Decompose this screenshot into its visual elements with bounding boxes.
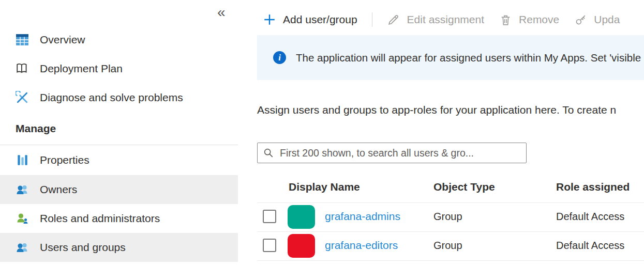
trash-icon: [499, 13, 512, 26]
sidebar-item-properties[interactable]: Properties: [0, 145, 238, 175]
update-credentials-label: Upda: [594, 13, 620, 26]
book-icon: [16, 62, 29, 75]
sidebar-nav: Overview Deployment Plan Diagnose and so…: [0, 25, 238, 262]
command-bar: Add user/group Edit assignment Remove Up…: [257, 8, 620, 31]
remove-label: Remove: [519, 13, 559, 26]
row-checkbox[interactable]: [263, 239, 276, 252]
sidebar-item-label: Roles and administrators: [40, 212, 160, 225]
intro-text: Assign users and groups to app-roles for…: [257, 104, 644, 116]
table-header-row: Display Name Object Type Role assigned: [257, 174, 644, 203]
people-icon: [16, 241, 29, 254]
column-header-object-type: Object Type: [433, 181, 495, 193]
row-checkbox[interactable]: [263, 210, 276, 223]
tools-icon: [16, 91, 29, 104]
sidebar-item-roles-administrators[interactable]: Roles and administrators: [0, 204, 238, 233]
role-cell: Default Access: [556, 240, 624, 252]
search-input[interactable]: [279, 147, 521, 160]
app-window: « Overview Deployment Plan Diagnose and …: [0, 0, 644, 266]
column-header-display-name: Display Name: [289, 181, 360, 193]
group-avatar: [288, 234, 315, 258]
update-credentials-button[interactable]: Upda: [574, 13, 620, 26]
sidebar-item-deployment-plan[interactable]: Deployment Plan: [0, 54, 238, 83]
grid-icon: [16, 33, 29, 46]
info-banner-text: The application will appear for assigned…: [296, 52, 641, 64]
person-icon: [16, 212, 29, 225]
sidebar-item-label: Properties: [40, 154, 89, 166]
add-user-group-button[interactable]: Add user/group: [263, 13, 357, 26]
sidebar-item-diagnose[interactable]: Diagnose and solve problems: [0, 83, 238, 112]
table-row[interactable]: grafana-admins Group Default Access: [257, 203, 644, 232]
sidebar-item-users-and-groups[interactable]: Users and groups: [0, 233, 238, 262]
object-type-cell: Group: [433, 240, 462, 252]
info-icon: i: [273, 51, 286, 64]
sidebar-item-label: Diagnose and solve problems: [40, 91, 183, 104]
sidebar-item-label: Overview: [40, 34, 85, 46]
sidebar-item-owners[interactable]: Owners: [0, 175, 238, 204]
toolbar-separator: [372, 12, 372, 27]
edit-assignment-label: Edit assignment: [407, 13, 484, 26]
assignments-table: Display Name Object Type Role assigned g…: [257, 174, 644, 261]
sidebar-item-label: Users and groups: [40, 241, 126, 254]
sidebar-section-manage: Manage: [0, 112, 238, 145]
table-row[interactable]: grafana-editors Group Default Access: [257, 232, 644, 261]
search-box: [257, 143, 527, 163]
sidebar-item-overview[interactable]: Overview: [0, 25, 238, 54]
search-icon: [263, 146, 274, 160]
column-header-role-assigned: Role assigned: [556, 181, 630, 193]
sidebar-collapse-button[interactable]: «: [217, 5, 226, 20]
role-cell: Default Access: [556, 211, 624, 223]
edit-assignment-button[interactable]: Edit assignment: [387, 13, 484, 26]
group-avatar: [288, 205, 315, 229]
sidebar-item-label: Owners: [40, 183, 77, 196]
info-banner: i The application will appear for assign…: [257, 35, 644, 80]
display-name-link[interactable]: grafana-editors: [325, 239, 398, 252]
sidebar: « Overview Deployment Plan Diagnose and …: [0, 0, 238, 266]
key-icon: [574, 13, 587, 26]
object-type-cell: Group: [433, 211, 462, 223]
remove-button[interactable]: Remove: [499, 13, 559, 26]
bars-icon: [16, 153, 29, 167]
display-name-link[interactable]: grafana-admins: [325, 210, 400, 223]
pencil-icon: [387, 13, 400, 26]
plus-icon: [263, 13, 276, 26]
add-user-group-label: Add user/group: [283, 13, 357, 26]
sidebar-item-label: Deployment Plan: [40, 62, 123, 75]
people-icon: [16, 183, 29, 196]
